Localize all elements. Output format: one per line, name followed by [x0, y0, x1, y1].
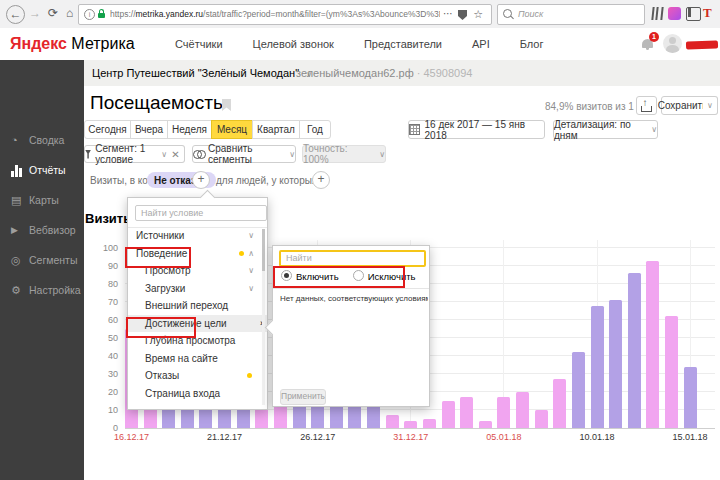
url-bar[interactable]: i https://metrika.yandex.ru/stat/traffic…: [78, 4, 492, 25]
top-nav: Счётчики Целевой звонок Представители AP…: [175, 28, 544, 60]
chart-bar[interactable]: [404, 421, 417, 428]
exclude-option[interactable]: Исключить: [353, 270, 416, 282]
reload-icon[interactable]: ⟳: [48, 5, 58, 22]
bookmark-icon[interactable]: [222, 99, 231, 111]
tab-yesterday[interactable]: Вчера: [130, 120, 168, 139]
condition-item-downloads[interactable]: Загрузки∨: [128, 280, 264, 298]
counter-selector[interactable]: Центр Путешествий "Зелёный Чемодан" ∨: [92, 67, 312, 79]
add-visit-condition-button[interactable]: +: [192, 171, 210, 189]
condition-item-goal-reached[interactable]: Достижение цели›: [128, 315, 267, 333]
sidebar-item-webvisor[interactable]: ▶ Вебвизор: [0, 216, 84, 245]
chart-y-tick-label: 70: [84, 297, 118, 307]
chart-bar[interactable]: [665, 316, 678, 428]
condition-dropdown: Найти условие Источники∨ Поведение∧ Прос…: [127, 197, 268, 410]
include-option[interactable]: Включить: [281, 270, 339, 282]
avatar[interactable]: [663, 34, 682, 53]
tab-week[interactable]: Неделя: [167, 120, 212, 139]
chart-y-tick-label: 80: [84, 279, 118, 289]
condition-item-view-depth[interactable]: Глубина просмотра: [128, 332, 264, 350]
radio-selected-icon[interactable]: [281, 270, 292, 281]
nav-blog[interactable]: Блог: [520, 38, 544, 50]
browser-search-field[interactable]: Поиск: [497, 4, 645, 25]
notification-badge: 1: [649, 32, 659, 42]
yandex-metrika-logo[interactable]: Яндекс Метрика: [10, 35, 135, 53]
chart-bar[interactable]: [497, 397, 510, 428]
nav-target-call[interactable]: Целевой звонок: [253, 38, 334, 50]
chart-bar[interactable]: [646, 261, 659, 428]
url-text[interactable]: https://metrika.yandex.ru/stat/traffic?p…: [110, 9, 440, 20]
nav-counters[interactable]: Счётчики: [175, 38, 223, 50]
home-icon[interactable]: ⌂: [66, 5, 73, 22]
condition-item-entry-page[interactable]: Страница входа: [128, 385, 264, 403]
chevron-down-icon: ∨: [248, 227, 254, 245]
nav-api[interactable]: API: [472, 38, 490, 50]
chart-bar[interactable]: [553, 379, 566, 428]
condition-item-behavior[interactable]: Поведение∧: [128, 245, 264, 263]
chart-bar[interactable]: [460, 397, 473, 428]
site-info-icon[interactable]: i: [84, 9, 95, 20]
extension-t-icon[interactable]: T: [703, 5, 712, 21]
segment-clear-button[interactable]: ✕: [167, 145, 185, 163]
radio-unselected-icon[interactable]: [353, 270, 364, 281]
export-button[interactable]: ↑: [636, 96, 657, 115]
chart-bar[interactable]: [442, 401, 455, 428]
scrollbar-thumb[interactable]: [262, 229, 265, 271]
date-range-button[interactable]: 16 дек 2017 — 15 янв 2018: [408, 120, 545, 139]
chart-bar[interactable]: [684, 367, 697, 428]
chart-bar[interactable]: [535, 410, 548, 428]
add-people-condition-button[interactable]: +: [312, 171, 330, 189]
browser-toolbar: ← → ⟳ ⌂ i https://metrika.yandex.ru/stat…: [0, 0, 720, 29]
sidebar-item-maps[interactable]: ▤ Карты: [0, 186, 84, 215]
save-button[interactable]: Сохранить: [661, 96, 704, 115]
chart-y-tick-label: 20: [84, 387, 118, 397]
tab-month[interactable]: Месяц: [211, 120, 253, 139]
export-icon: ↑: [641, 100, 652, 112]
chart-bar[interactable]: [386, 415, 399, 428]
condition-item-bounces[interactable]: Отказы: [128, 367, 264, 385]
apply-button[interactable]: Применить: [280, 389, 326, 405]
chart-y-tick-label: 30: [84, 369, 118, 379]
back-icon[interactable]: ←: [6, 5, 25, 24]
chart-bar[interactable]: [516, 392, 529, 428]
save-dropdown-button[interactable]: ∨: [703, 96, 718, 115]
chart-bar[interactable]: [423, 419, 436, 428]
pocket-icon[interactable]: [458, 10, 467, 20]
search-placeholder: Поиск: [518, 9, 543, 19]
accuracy-button[interactable]: Точность: 100%∨: [302, 145, 386, 163]
condition-item-sources[interactable]: Источники∨: [128, 227, 264, 245]
counter-bar: Центр Путешествий "Зелёный Чемодан" ∨ зе…: [84, 60, 720, 86]
segment-button[interactable]: Сегмент: 1 условие∨: [84, 145, 168, 163]
sidebar-item-segments[interactable]: ◎ Сегменты: [0, 246, 84, 275]
chart-bar[interactable]: [628, 273, 641, 428]
chart-bar[interactable]: [609, 300, 622, 428]
chart-bar[interactable]: [479, 421, 492, 428]
chart-y-tick-label: 10: [84, 405, 118, 415]
goal-search-input[interactable]: Найти: [279, 250, 426, 267]
sidebar-toggle-icon[interactable]: [686, 7, 701, 21]
search-icon: [503, 9, 512, 18]
library-icon[interactable]: [651, 7, 664, 20]
condition-search-input[interactable]: Найти условие: [135, 205, 267, 221]
tab-today[interactable]: Сегодня: [84, 120, 131, 139]
condition-item-time-on-site[interactable]: Время на сайте: [128, 350, 264, 368]
chart-x-tick-label: 10.01.18: [572, 432, 622, 442]
people-condition-label: для людей, у которых: [216, 175, 317, 186]
tab-quarter[interactable]: Квартал: [252, 120, 300, 139]
detalization-button[interactable]: Детализация: по дням∨: [553, 120, 658, 139]
chart-bar[interactable]: [572, 352, 585, 428]
tab-year[interactable]: Год: [299, 120, 331, 139]
forward-icon[interactable]: →: [29, 5, 41, 22]
sidebar-item-reports[interactable]: Отчёты: [0, 156, 84, 185]
condition-item-external-link[interactable]: Внешний переход: [128, 297, 264, 315]
bookmark-star-icon[interactable]: ☆: [473, 8, 483, 21]
chart-bar[interactable]: [591, 306, 604, 428]
compare-segments-button[interactable]: Сравнить сегменты∨: [192, 145, 296, 163]
nav-representatives[interactable]: Представители: [364, 38, 442, 50]
page-actions-icon[interactable]: ⋯: [443, 8, 453, 19]
goal-flyout: Найти Включить Исключить Нет данных, соо…: [272, 245, 430, 407]
sidebar-item-summary[interactable]: ◔ Сводка: [0, 126, 84, 155]
condition-item-view[interactable]: Просмотр∨: [128, 262, 264, 280]
extension-pink-icon[interactable]: [668, 7, 681, 20]
sidebar-item-settings[interactable]: ⚙ Настройка: [0, 276, 84, 305]
counter-domain: зеленыйчемодан62.рф · 45908094: [296, 67, 472, 79]
